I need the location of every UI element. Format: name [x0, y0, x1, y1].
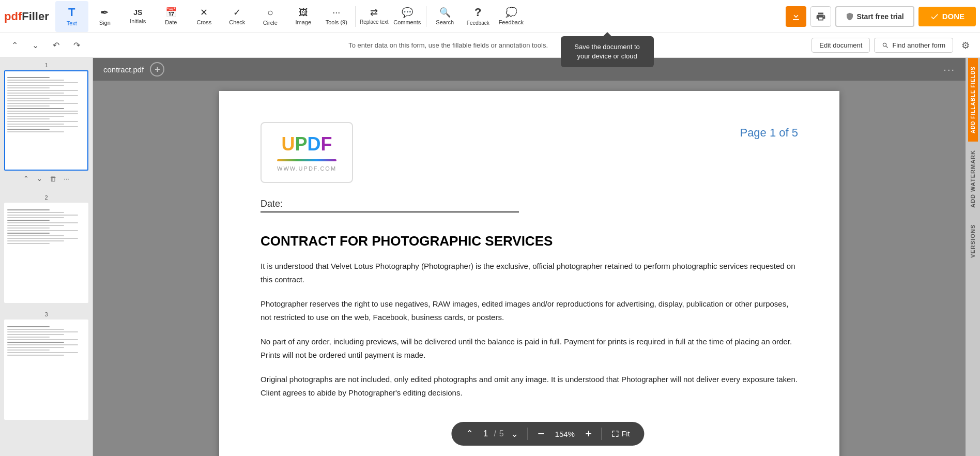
updf-title: UPDF [282, 133, 332, 155]
toolbar-right: Save the document to your device or clou… [786, 6, 976, 27]
page-thumb-2[interactable]: 2 [0, 190, 93, 307]
initials-icon: JS [133, 9, 142, 16]
check-icon: ✓ [233, 8, 241, 17]
tool-sign[interactable]: ✒ Sign [88, 1, 121, 32]
page-thumb-inner-1 [4, 70, 88, 171]
updf-logo-area: UPDF WWW.UPDF.COM [261, 122, 798, 183]
page-thumbnails-sidebar: 1 [0, 58, 93, 456]
thumb-up-btn[interactable]: ⌃ [21, 173, 32, 184]
toolbar-separator-2 [426, 6, 426, 27]
total-pages: 5 [499, 429, 504, 438]
updf-url: WWW.UPDF.COM [277, 165, 336, 172]
text-icon: T [68, 7, 75, 18]
thumb-lines-2 [7, 208, 78, 246]
trial-button[interactable]: Start free trial [835, 6, 914, 27]
updf-rainbow-bar [277, 159, 336, 161]
edit-document-button[interactable]: Edit document [811, 38, 870, 53]
app-logo: pdfFiller [4, 10, 49, 23]
tool-feedback[interactable]: 💭 Feedback [495, 1, 528, 32]
thumb-more-btn[interactable]: ··· [61, 173, 72, 184]
redo-button[interactable]: ↷ [68, 37, 85, 54]
thumb-lines-1 [7, 75, 78, 134]
fit-icon [611, 430, 620, 438]
add-page-button[interactable]: + [150, 62, 164, 77]
fit-page-button[interactable]: Fit [607, 428, 634, 440]
date-icon: 📅 [165, 8, 177, 17]
tool-replace[interactable]: ⇄ Replace text [358, 1, 391, 32]
settings-button[interactable]: ⚙ [957, 37, 974, 54]
download-wrapper: Save the document to your device or clou… [786, 6, 806, 27]
thumb-delete-btn[interactable]: 🗑 [48, 173, 59, 184]
versions-tab[interactable]: VERSIONS [968, 216, 978, 266]
top-toolbar: pdfFiller T Text ✒ Sign JS Initials 📅 Da… [0, 0, 980, 33]
contract-para-3: No part of any order, including previews… [261, 335, 798, 361]
thumb-content-1 [5, 71, 80, 170]
next-page-button[interactable]: ⌄ [507, 426, 523, 442]
doc-header-bar: contract.pdf + ··· [93, 58, 966, 81]
second-toolbar: ⌃ ⌄ ↶ ↷ To enter data on this form, use … [0, 33, 980, 58]
page-separator: / [494, 429, 496, 438]
tool-date[interactable]: 📅 Date [155, 1, 188, 32]
tool-circle[interactable]: ○ Circle [254, 1, 287, 32]
contract-para-2: Photographer reserves the right to use n… [261, 297, 798, 324]
add-watermark-tab[interactable]: ADD WATERMARK [968, 142, 978, 216]
zoom-in-button[interactable]: + [581, 426, 596, 442]
main-area: 1 [0, 58, 980, 456]
page-thumb-1[interactable]: 1 [0, 58, 93, 190]
circle-icon: ○ [267, 7, 273, 18]
tool-tools[interactable]: ··· Tools (9) [320, 1, 353, 32]
tool-image[interactable]: 🖼 Image [287, 1, 320, 32]
pdf-page-content: UPDF WWW.UPDF.COM Page 1 of 5 Date: [219, 91, 839, 456]
current-page: 1 [480, 429, 491, 439]
tool-text[interactable]: T Text [55, 1, 88, 32]
page-num-3: 3 [4, 311, 88, 317]
thumb-down-btn[interactable]: ⌄ [34, 173, 45, 184]
done-button[interactable]: DONE [918, 7, 976, 26]
thumb-controls-1: ⌃ ⌄ 🗑 ··· [4, 171, 88, 186]
print-button[interactable] [810, 6, 831, 27]
comments-icon: 💬 [402, 8, 413, 17]
tool-help[interactable]: ? Feedback [462, 1, 495, 32]
search-icon: 🔍 [439, 8, 451, 17]
right-side-tabs: ADD FILLABLE FIELDS ADD WATERMARK VERSIO… [966, 58, 980, 456]
thumb-lines-3 [7, 325, 78, 357]
pag-divider-2 [602, 428, 602, 440]
download-tooltip: Save the document to your device or clou… [561, 36, 654, 67]
help-icon: ? [474, 7, 481, 18]
add-fillable-fields-tab[interactable]: ADD FILLABLE FIELDS [968, 58, 978, 142]
updf-logo-box: UPDF WWW.UPDF.COM [261, 122, 353, 183]
contract-title: CONTRACT FOR PHOTOGRAPHIC SERVICES [261, 233, 798, 249]
date-field: Date: [261, 199, 519, 212]
document-filename: contract.pdf [103, 65, 144, 74]
more-tools-icon: ··· [332, 8, 340, 17]
cross-icon: ✕ [200, 8, 208, 17]
replace-icon: ⇄ [370, 8, 378, 17]
feedback-icon: 💭 [506, 8, 517, 17]
page-indicator: Page 1 of 5 [740, 126, 798, 140]
tool-cross[interactable]: ✕ Cross [188, 1, 221, 32]
search-small-icon [882, 42, 889, 49]
toolbar-info-text: To enter data on this form, use the fill… [89, 41, 807, 49]
undo-button[interactable]: ↶ [48, 37, 64, 54]
tool-check[interactable]: ✓ Check [221, 1, 254, 32]
prev-page-button[interactable]: ⌃ [462, 426, 477, 442]
image-icon: 🖼 [299, 8, 308, 17]
prev-page-sidebar-btn[interactable]: ⌃ [6, 37, 23, 54]
next-page-sidebar-btn[interactable]: ⌄ [27, 37, 43, 54]
find-another-form-button[interactable]: Find another form [874, 38, 953, 53]
tool-search[interactable]: 🔍 Search [428, 1, 462, 32]
page-thumb-inner-2 [4, 203, 88, 303]
thumb-content-2 [5, 204, 80, 302]
zoom-out-button[interactable]: − [533, 426, 549, 442]
page-num-2: 2 [4, 194, 88, 201]
page-thumb-3[interactable]: 3 [0, 307, 93, 424]
second-toolbar-right: Edit document Find another form ⚙ [811, 37, 974, 54]
contract-para-1: It is understood that Velvet Lotus Photo… [261, 260, 798, 286]
toolbar-separator [355, 6, 356, 27]
page-num-1: 1 [4, 62, 88, 68]
tool-initials[interactable]: JS Initials [121, 1, 155, 32]
tool-comments[interactable]: 💬 Comments [391, 1, 424, 32]
thumb-content-3 [5, 321, 80, 419]
download-button[interactable] [786, 6, 806, 27]
doc-more-options-button[interactable]: ··· [943, 64, 955, 75]
